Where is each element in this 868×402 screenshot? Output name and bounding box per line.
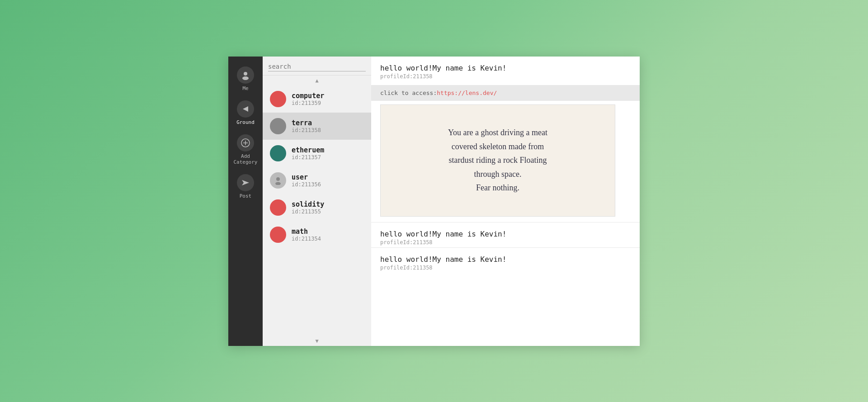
sidebar-post-label: Post bbox=[240, 193, 252, 199]
sidebar-item-ground[interactable]: Ground bbox=[228, 98, 263, 128]
sidebar: Me Ground AddCategory bbox=[228, 57, 263, 346]
user-info: user id:211356 bbox=[292, 173, 321, 188]
computer-id: id:211359 bbox=[292, 100, 324, 106]
math-id: id:211354 bbox=[292, 236, 321, 242]
post-1-image-text: You are a ghost driving a meatcovered sk… bbox=[439, 117, 557, 204]
etheruem-name: etheruem bbox=[292, 146, 324, 154]
ground-icon bbox=[237, 100, 254, 118]
solidity-name: solidity bbox=[292, 200, 324, 208]
post-card-2: hello world!My name is Kevin! profileId:… bbox=[371, 222, 640, 248]
terra-info: terra id:211358 bbox=[292, 119, 321, 133]
post-3-header: hello world!My name is Kevin! profileId:… bbox=[371, 248, 640, 273]
computer-info: computer id:211359 bbox=[292, 92, 324, 106]
main-content: hello world!My name is Kevin! profileId:… bbox=[371, 57, 640, 346]
category-item-solidity[interactable]: solidity id:211355 bbox=[263, 194, 371, 221]
solidity-id: id:211355 bbox=[292, 208, 324, 215]
solidity-avatar bbox=[270, 199, 286, 216]
math-avatar bbox=[270, 227, 286, 243]
svg-marker-2 bbox=[243, 106, 248, 112]
post-icon bbox=[237, 174, 254, 191]
sidebar-item-me[interactable]: Me bbox=[228, 64, 263, 94]
post-2-header: hello world!My name is Kevin! profileId:… bbox=[371, 222, 640, 247]
post-3-profile-id: profileId:211358 bbox=[380, 265, 631, 271]
sidebar-item-post[interactable]: Post bbox=[228, 171, 263, 202]
category-item-user[interactable]: user id:211356 bbox=[263, 167, 371, 194]
post-card-1: hello world!My name is Kevin! profileId:… bbox=[371, 57, 640, 222]
post-1-image: You are a ghost driving a meatcovered sk… bbox=[380, 104, 615, 217]
post-3-title: hello world!My name is Kevin! bbox=[380, 255, 631, 264]
category-item-computer[interactable]: computer id:211359 bbox=[263, 85, 371, 113]
svg-marker-6 bbox=[242, 180, 249, 185]
app-container: Me Ground AddCategory bbox=[228, 57, 640, 346]
solidity-info: solidity id:211355 bbox=[292, 200, 324, 215]
category-item-terra[interactable]: terra id:211358 bbox=[263, 113, 371, 140]
category-list: computer id:211359 terra id:211358 ether… bbox=[263, 85, 371, 336]
me-icon bbox=[237, 66, 254, 84]
post-1-profile-id: profileId:211358 bbox=[380, 73, 631, 80]
post-2-profile-id: profileId:211358 bbox=[380, 239, 631, 246]
post-1-title: hello world!My name is Kevin! bbox=[380, 64, 631, 72]
svg-point-0 bbox=[244, 72, 247, 76]
etheruem-id: id:211357 bbox=[292, 154, 324, 161]
sidebar-item-add-category[interactable]: AddCategory bbox=[228, 132, 263, 168]
user-id: id:211356 bbox=[292, 181, 321, 188]
terra-avatar bbox=[270, 118, 286, 134]
category-item-etheruem[interactable]: etheruem id:211357 bbox=[263, 140, 371, 167]
post-1-link-bar: click to access:https://lens.dev/ bbox=[371, 85, 640, 101]
category-item-math[interactable]: math id:211354 bbox=[263, 221, 371, 248]
math-name: math bbox=[292, 227, 321, 236]
post-1-image-container: You are a ghost driving a meatcovered sk… bbox=[371, 104, 640, 222]
sidebar-add-category-label: AddCategory bbox=[234, 153, 258, 165]
etheruem-info: etheruem id:211357 bbox=[292, 146, 324, 161]
sidebar-me-label: Me bbox=[242, 85, 248, 91]
add-category-icon bbox=[237, 134, 254, 151]
search-input[interactable] bbox=[268, 62, 366, 71]
post-card-3: hello world!My name is Kevin! profileId:… bbox=[371, 248, 640, 273]
computer-avatar bbox=[270, 91, 286, 107]
terra-name: terra bbox=[292, 119, 321, 127]
svg-point-1 bbox=[242, 76, 249, 80]
user-name: user bbox=[292, 173, 321, 181]
svg-point-7 bbox=[276, 177, 280, 181]
scroll-up-indicator[interactable]: ▲ bbox=[263, 76, 371, 85]
post-2-title: hello world!My name is Kevin! bbox=[380, 230, 631, 238]
post-1-header: hello world!My name is Kevin! profileId:… bbox=[371, 57, 640, 81]
sidebar-ground-label: Ground bbox=[236, 119, 255, 125]
scroll-down-indicator[interactable]: ▼ bbox=[263, 336, 371, 346]
computer-name: computer bbox=[292, 92, 324, 100]
post-1-link-prefix: click to access: bbox=[380, 90, 437, 96]
etheruem-avatar bbox=[270, 145, 286, 161]
category-panel: ▲ computer id:211359 terra id:211358 bbox=[263, 57, 371, 346]
user-avatar bbox=[270, 172, 286, 189]
terra-id: id:211358 bbox=[292, 127, 321, 133]
post-1-link[interactable]: https://lens.dev/ bbox=[437, 90, 497, 96]
svg-point-8 bbox=[275, 182, 281, 185]
math-info: math id:211354 bbox=[292, 227, 321, 242]
search-bar-container bbox=[263, 57, 371, 76]
